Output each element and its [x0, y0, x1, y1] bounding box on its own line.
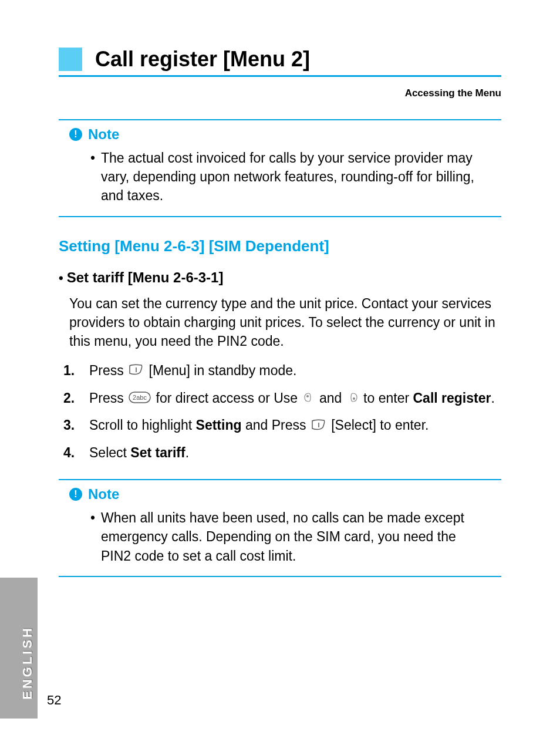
bullet-icon: •: [90, 149, 95, 167]
step-text: Press: [89, 363, 127, 378]
step-1: 1. Press [Menu] in standby mode.: [59, 361, 501, 382]
step-number: 1.: [63, 361, 75, 380]
step-text: Press: [89, 390, 127, 406]
step-text: to enter: [363, 390, 413, 406]
step-text: .: [491, 390, 494, 406]
bullet-icon: •: [90, 508, 95, 527]
step-4: 4. Select Set tariff.: [59, 443, 501, 463]
sub-heading-row: • Set tariff [Menu 2-6-3-1]: [59, 269, 501, 286]
note-text: The actual cost invoiced for calls by yo…: [101, 150, 474, 203]
note-box-1: ! Note • The actual cost invoiced for ca…: [59, 119, 501, 217]
softkey-left-icon: [311, 417, 326, 436]
nav-up-icon: [303, 389, 315, 409]
step-2: 2. Press 2abc for direct access or Use a…: [59, 389, 501, 409]
svg-point-3: [306, 395, 309, 397]
bullet-icon: •: [59, 271, 63, 286]
step-text: .: [185, 445, 189, 460]
step-text: and Press: [245, 417, 310, 433]
step-text: and: [319, 390, 346, 406]
step-3: 3. Scroll to highlight Setting and Press…: [59, 416, 501, 436]
note-heading: ! Note: [69, 126, 501, 143]
title-row: Call register [Menu 2]: [59, 47, 501, 77]
sub-heading: Set tariff [Menu 2-6-3-1]: [67, 269, 224, 286]
step-text: Select: [89, 445, 130, 460]
note-box-2: ! Note • When all units have been used, …: [59, 479, 501, 577]
step-text: Scroll to highlight: [89, 417, 196, 433]
steps-list: 1. Press [Menu] in standby mode. 2. Pres…: [59, 361, 501, 463]
svg-text:2abc: 2abc: [133, 394, 147, 401]
step-number: 2.: [63, 389, 75, 408]
page-title: Call register [Menu 2]: [95, 47, 310, 72]
note-label: Note: [88, 486, 119, 502]
note-text: When all units have been used, no calls …: [101, 510, 464, 563]
alert-icon: !: [69, 128, 82, 141]
softkey-left-icon: [129, 362, 144, 381]
step-number: 4.: [63, 443, 75, 463]
step-text: [Menu] in standby mode.: [149, 363, 297, 378]
note-heading: ! Note: [69, 486, 501, 502]
page-number: 52: [47, 693, 61, 708]
step-text: for direct access or Use: [156, 390, 302, 406]
nav-down-icon: [347, 389, 359, 409]
alert-icon: !: [69, 488, 82, 501]
breadcrumb: Accessing the Menu: [59, 87, 501, 99]
key-2abc-icon: 2abc: [129, 389, 151, 409]
language-label: ENGLISH: [20, 626, 35, 700]
svg-point-4: [353, 397, 355, 400]
note-label: Note: [88, 126, 119, 143]
step-bold: Call register: [413, 390, 491, 406]
step-bold: Setting: [196, 417, 242, 433]
step-number: 3.: [63, 416, 75, 435]
title-square-icon: [59, 48, 82, 71]
step-text: [Select] to enter.: [331, 417, 429, 433]
note-body: • When all units have been used, no call…: [101, 508, 490, 565]
note-body: • The actual cost invoiced for calls by …: [101, 149, 490, 205]
step-bold: Set tariff: [130, 445, 185, 460]
section-heading: Setting [Menu 2-6-3] [SIM Dependent]: [59, 237, 501, 255]
intro-paragraph: You can set the currency type and the un…: [69, 294, 501, 351]
